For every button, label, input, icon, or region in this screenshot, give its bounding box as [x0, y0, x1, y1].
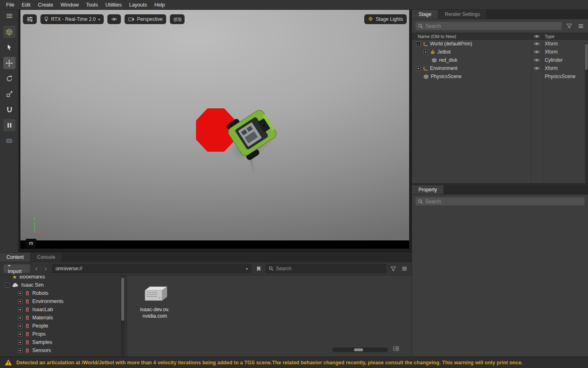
forward-button[interactable]: › — [42, 264, 49, 273]
collapse-toggle[interactable]: - — [5, 283, 9, 287]
thumbnail-size-slider[interactable] — [332, 348, 388, 352]
content-search-input[interactable] — [276, 266, 383, 272]
menu-help[interactable]: Help — [151, 1, 169, 9]
expand-toggle[interactable]: + — [18, 316, 22, 320]
lock-icon — [25, 299, 30, 304]
stage-options-button[interactable] — [577, 22, 585, 30]
camera-select[interactable]: Perspective — [125, 14, 166, 24]
tree-item-robots[interactable]: + Robots — [0, 289, 127, 297]
property-search-input[interactable] — [425, 199, 582, 204]
visibility-menu-button[interactable] — [107, 14, 121, 24]
collapse-toggle[interactable]: - — [416, 42, 421, 46]
tree-scrollbar-thumb[interactable] — [121, 278, 124, 321]
menu-create[interactable]: Create — [34, 1, 57, 9]
viewport-settings-button[interactable] — [23, 14, 37, 24]
stage-tree-header[interactable]: Name (Old to New) Type — [412, 33, 588, 40]
expand-toggle[interactable]: + — [416, 66, 421, 71]
menu-utilities[interactable]: Utilities — [102, 1, 125, 9]
path-input[interactable] — [56, 266, 246, 272]
column-visibility[interactable] — [531, 34, 542, 38]
tree-item-isaaclab[interactable]: + IsaacLab — [0, 305, 127, 314]
tab-render-settings[interactable]: Render Settings — [438, 10, 486, 19]
selection-mode-button[interactable] — [3, 26, 16, 38]
stage-search[interactable] — [415, 22, 562, 30]
toolbar-menu-button[interactable] — [3, 12, 16, 20]
stage-row-physics-scene[interactable]: PhysicsScene PhysicsScene — [412, 72, 588, 81]
property-search[interactable] — [415, 197, 585, 206]
renderer-select[interactable]: RTX - Real-Time 2.0 ▾ — [40, 14, 104, 24]
scale-tool-button[interactable] — [3, 88, 16, 100]
path-dropdown-icon[interactable]: ▾ — [246, 267, 248, 271]
tree-item-isaac-sim[interactable]: - Isaac Sim — [0, 281, 127, 289]
tab-property[interactable]: Property — [412, 185, 443, 194]
layers-button[interactable] — [3, 135, 16, 147]
menu-layouts[interactable]: Layouts — [125, 1, 151, 9]
pause-button[interactable] — [3, 119, 16, 131]
select-tool-button[interactable] — [3, 41, 16, 54]
tree-item-materials[interactable]: + Materials — [0, 314, 127, 322]
tab-console[interactable]: Console — [31, 253, 62, 262]
move-tool-button[interactable] — [3, 57, 16, 69]
stage-row-environment[interactable]: + Environment — [412, 64, 588, 72]
expand-toggle[interactable]: + — [18, 324, 22, 328]
view-mode-button[interactable] — [393, 346, 399, 353]
content-search[interactable] — [265, 264, 386, 273]
expand-toggle[interactable]: + — [18, 291, 22, 296]
stage-scrollbar[interactable] — [585, 43, 588, 183]
expand-toggle[interactable]: + — [423, 50, 428, 54]
expand-toggle[interactable]: + — [18, 307, 22, 312]
content-options-button[interactable] — [400, 265, 408, 273]
tree-item-label: Sensors — [32, 348, 51, 353]
expand-toggle[interactable]: + — [18, 340, 22, 345]
stage-search-input[interactable] — [425, 23, 559, 29]
tab-stage[interactable]: Stage — [412, 10, 438, 19]
asset-item-server[interactable]: isaac-dev.ov. nvidia.com — [135, 284, 174, 320]
tree-item-sensors[interactable]: + Sensors — [0, 346, 127, 355]
column-type[interactable]: Type — [542, 34, 585, 39]
rotate-tool-button[interactable] — [3, 72, 16, 85]
tab-content[interactable]: Content — [0, 253, 30, 262]
import-button[interactable]: + Import — [3, 264, 30, 273]
expand-toggle[interactable]: + — [18, 332, 22, 337]
stage-row-jetbot[interactable]: + Jetbot — [412, 48, 588, 56]
tree-scrollbar[interactable] — [121, 276, 125, 357]
warning-message: Detected an articulation at /World/Jetbo… — [16, 360, 523, 366]
viewport-toolbar: RTX - Real-Time 2.0 ▾ — [20, 14, 409, 24]
column-name[interactable]: Name (Old to New) — [412, 34, 531, 39]
visibility-toggle[interactable] — [531, 58, 542, 62]
expand-toggle[interactable]: + — [18, 348, 22, 353]
live-sync-button[interactable]: ((O)) — [170, 14, 185, 24]
viewport[interactable]: RTX - Real-Time 2.0 ▾ — [18, 10, 412, 252]
menu-file[interactable]: File — [2, 1, 18, 9]
stage-scrollbar-thumb[interactable] — [585, 44, 588, 70]
content-file-area[interactable]: isaac-dev.ov. nvidia.com — [127, 276, 412, 357]
slider-thumb[interactable] — [354, 348, 363, 351]
visibility-toggle[interactable] — [531, 42, 542, 46]
expand-toggle[interactable]: + — [18, 299, 22, 304]
menu-window[interactable]: Window — [57, 1, 82, 9]
content-filter-button[interactable] — [389, 265, 397, 273]
visibility-toggle[interactable] — [531, 66, 542, 70]
stage-row-red-disk[interactable]: red_disk Cylinder — [412, 56, 588, 64]
back-button[interactable]: ‹ — [33, 264, 40, 273]
menu-edit[interactable]: Edit — [18, 1, 34, 9]
tree-item-samples[interactable]: + Samples — [0, 338, 127, 346]
snap-tool-button[interactable] — [3, 103, 16, 116]
visibility-toggle[interactable] — [531, 50, 542, 54]
stage-row-world[interactable]: - World (defaultPrim) — [412, 40, 588, 48]
physics-scene-icon — [423, 74, 429, 79]
tree-item-bookmarks[interactable]: ★ Bookmarks — [0, 276, 127, 281]
lock-icon — [25, 323, 30, 329]
bookmark-button[interactable] — [254, 265, 263, 273]
path-bar[interactable]: ▾ — [52, 264, 252, 273]
rotate-icon — [6, 75, 13, 82]
viewport-3d-scene[interactable]: RTX - Real-Time 2.0 ▾ — [20, 10, 409, 240]
stage-filter-button[interactable] — [565, 22, 573, 30]
tree-item-props[interactable]: + Props — [0, 330, 127, 338]
tree-item-environments[interactable]: + Environments — [0, 297, 127, 305]
stage-lights-button[interactable]: Stage Lights — [364, 14, 407, 24]
cube-icon — [5, 28, 13, 36]
stage-tabs: Stage Render Settings — [412, 10, 588, 19]
tree-item-people[interactable]: + People — [0, 322, 127, 330]
menu-tools[interactable]: Tools — [82, 1, 102, 9]
